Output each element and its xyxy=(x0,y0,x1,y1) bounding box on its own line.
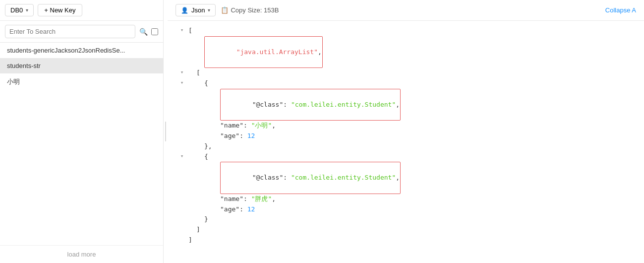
key-item-2[interactable]: 小明 xyxy=(0,73,163,90)
panel-resizer[interactable] xyxy=(164,0,168,263)
json-inner-array-close: ] xyxy=(177,225,634,235)
json-age2-line: "age" : 12 xyxy=(177,204,634,215)
db-select[interactable]: DB0 ▾ xyxy=(5,4,34,16)
json-name1-line: "name" : "小明" , xyxy=(177,121,634,131)
json-inner-array-open: ▾ [ xyxy=(177,68,634,78)
sidebar-top-bar: DB0 ▾ + New Key xyxy=(0,0,163,21)
resizer-line xyxy=(165,122,166,141)
json-obj1-open: ▾ { xyxy=(177,78,634,89)
search-checkbox[interactable] xyxy=(151,28,158,35)
toggle-obj1[interactable]: ▾ xyxy=(177,78,186,87)
toggle-inner-array[interactable]: ▾ xyxy=(177,68,186,77)
json-obj2-close: } xyxy=(177,214,634,225)
chevron-down-icon: ▾ xyxy=(208,7,210,13)
json-class2-line: "@class": "com.leilei.entity.Student", xyxy=(177,162,634,194)
json-age1-line: "age" : 12 xyxy=(177,131,634,141)
new-key-button[interactable]: + New Key xyxy=(38,4,82,16)
key-list: students-genericJackson2JsonRedisSe... s… xyxy=(0,43,163,245)
sidebar: DB0 ▾ + New Key 🔍 students-genericJackso… xyxy=(0,0,164,263)
copy-icon: 📋 xyxy=(221,6,229,14)
toggle-root[interactable]: ▾ xyxy=(177,26,186,35)
key-item-0[interactable]: students-genericJackson2JsonRedisSe... xyxy=(0,43,163,58)
key-item-1[interactable]: students-str xyxy=(0,58,163,73)
json-name2-line: "name" : "胖虎" , xyxy=(177,194,634,204)
search-icon: 🔍 xyxy=(137,26,149,38)
json-obj2-open: ▾ { xyxy=(177,152,634,162)
search-input[interactable] xyxy=(5,25,135,38)
format-label: Json xyxy=(191,6,205,14)
format-icon: 👤 xyxy=(181,7,188,14)
json-root-open: ▾ [ xyxy=(177,26,634,36)
main-panel: 👤 Json ▾ 📋 Copy Size: 153B Collapse A ▾ … xyxy=(168,0,644,263)
json-class1-line: "@class": "com.leilei.entity.Student", xyxy=(177,89,634,121)
format-select[interactable]: 👤 Json ▾ xyxy=(176,4,216,16)
toggle-obj2[interactable]: ▾ xyxy=(177,152,186,161)
collapse-all-button[interactable]: Collapse A xyxy=(605,6,636,14)
json-viewer[interactable]: ▾ [ "java.util.ArrayList", ▾ [ ▾ { xyxy=(168,21,644,263)
main-toolbar: 👤 Json ▾ 📋 Copy Size: 153B Collapse A xyxy=(168,0,644,21)
copy-size-button[interactable]: 📋 Copy Size: 153B xyxy=(221,6,279,14)
db-select-label: DB0 xyxy=(10,6,23,14)
copy-size-label: Copy Size: 153B xyxy=(231,6,279,14)
chevron-down-icon: ▾ xyxy=(26,7,28,13)
json-arraylist-line: "java.util.ArrayList", xyxy=(177,36,634,68)
json-root-close: ] xyxy=(177,235,634,246)
load-more-button[interactable]: load more xyxy=(0,245,163,263)
search-bar: 🔍 xyxy=(0,21,163,43)
json-obj1-close: }, xyxy=(177,141,634,152)
